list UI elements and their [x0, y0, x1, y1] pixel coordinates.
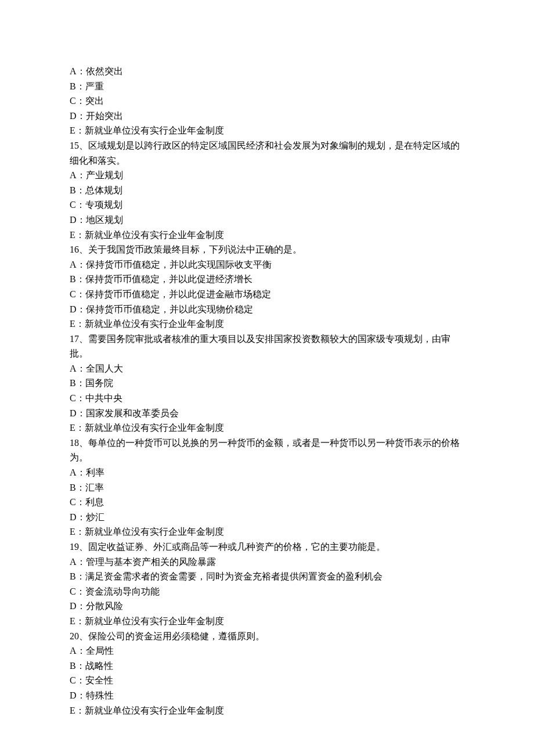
question-stem: 19、固定收益证券、外汇或商品等一种或几种资产的价格，它的主要功能是。	[70, 539, 464, 555]
option-line: D：地区规划	[70, 213, 464, 228]
option-line: D：分散风险	[70, 599, 464, 614]
option-line: A：产业规划	[70, 168, 464, 183]
option-line: B：严重	[70, 79, 464, 94]
option-line: C：利息	[70, 495, 464, 510]
option-line: E：新就业单位没有实行企业年金制度	[70, 524, 464, 539]
option-line: C：专项规划	[70, 197, 464, 213]
option-line: B：国务院	[70, 376, 464, 391]
option-line: B：总体规划	[70, 183, 464, 198]
option-line: A：全局性	[70, 643, 464, 658]
option-line: C：突出	[70, 93, 464, 109]
option-line: A：保持货币币值稳定，并以此实现国际收支平衡	[70, 257, 464, 272]
option-line: D：保持货币币值稳定，并以此实现物价稳定	[70, 302, 464, 317]
question-stem: 20、保险公司的资金运用必须稳健，遵循原则。	[70, 629, 464, 644]
option-line: A：利率	[70, 465, 464, 480]
option-line: A：全国人大	[70, 361, 464, 376]
option-line: E：新就业单位没有实行企业年金制度	[70, 123, 464, 138]
option-line: D：国家发展和改革委员会	[70, 406, 464, 421]
option-line: B：满足资金需求者的资金需要，同时为资金充裕者提供闲置资金的盈利机会	[70, 569, 464, 584]
option-line: A：管理与基本资产相关的风险暴露	[70, 555, 464, 570]
option-line: B：汇率	[70, 480, 464, 495]
option-line: A：依然突出	[70, 64, 464, 79]
question-stem: 18、每单位的一种货币可以兑换的另一种货币的金额，或者是一种货币以另一种货币表示…	[70, 435, 464, 465]
document-content: A：依然突出 B：严重 C：突出 D：开始突出 E：新就业单位没有实行企业年金制…	[70, 64, 464, 718]
option-line: E：新就业单位没有实行企业年金制度	[70, 228, 464, 243]
option-line: E：新就业单位没有实行企业年金制度	[70, 614, 464, 629]
option-line: D：炒汇	[70, 510, 464, 525]
option-line: E：新就业单位没有实行企业年金制度	[70, 420, 464, 435]
question-stem: 15、区域规划是以跨行政区的特定区域国民经济和社会发展为对象编制的规划，是在特定…	[70, 138, 464, 168]
option-line: C：安全性	[70, 673, 464, 688]
question-stem: 17、需要国务院审批或者核准的重大项目以及安排国家投资数额较大的国家级专项规划，…	[70, 332, 464, 361]
option-line: B：保持货币币值稳定，并以此促进经济增长	[70, 272, 464, 287]
option-line: E：新就业单位没有实行企业年金制度	[70, 316, 464, 332]
option-line: C：保持货币币值稳定，并以此促进金融市场稳定	[70, 287, 464, 302]
option-line: B：战略性	[70, 658, 464, 674]
option-line: C：中共中央	[70, 391, 464, 406]
question-stem: 16、关于我国货币政策最终目标，下列说法中正确的是。	[70, 242, 464, 257]
option-line: C：资金流动导向功能	[70, 584, 464, 599]
option-line: D：特殊性	[70, 688, 464, 703]
option-line: E：新就业单位没有实行企业年金制度	[70, 703, 464, 718]
option-line: D：开始突出	[70, 109, 464, 124]
